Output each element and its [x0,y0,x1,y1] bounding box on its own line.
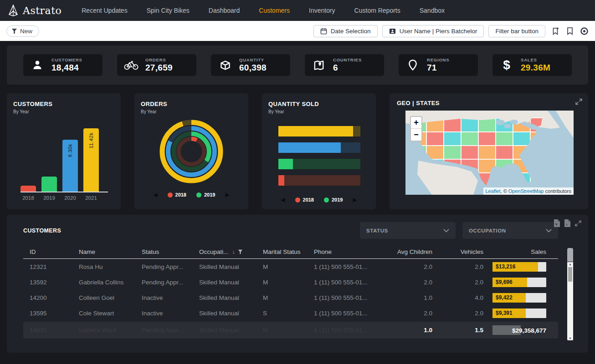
new-filter-button[interactable]: New [6,25,39,37]
openstreetmap-link[interactable]: OpenStreetMap [508,188,544,194]
bar-2021[interactable]: 11.42k [83,128,99,192]
legend-item-2018[interactable]: 2018 [168,192,186,197]
col-avg-children[interactable]: Avg Children [384,248,435,255]
map-zoom-in-button[interactable]: + [411,117,421,129]
orders-chart-title: ORDERS [141,101,242,107]
eye-icon[interactable] [580,27,589,35]
quantity-bar-chart[interactable] [278,126,360,186]
legend-next-icon[interactable]: ▶ [353,197,357,203]
hbar-fill [278,142,341,153]
brand[interactable]: Astrato [7,4,62,17]
hbar-2020[interactable] [278,142,360,153]
table-row[interactable]: 14200 Colleen Goel Inactive Skilled Manu… [23,290,558,305]
col-marital-status[interactable]: Marital Status [256,248,308,255]
map-zoom-out-button[interactable]: − [411,129,421,141]
kpi-customers[interactable]: CUSTOMERS 18,484 [23,54,103,76]
export-csv-icon[interactable]: , [564,219,570,227]
bookmark-add-icon[interactable] [552,27,560,35]
column-filter-icon[interactable] [238,249,243,254]
occupation-dropdown[interactable]: OCCUPATION [462,222,558,239]
kpi-sales[interactable]: $ SALES 29.36M [492,54,572,76]
scroll-up-icon[interactable]: ▲ [569,262,572,266]
col-id[interactable]: ID [23,248,72,255]
col-vehicles[interactable]: Vehicles [435,248,486,255]
quantity-chart-panel: QUANTITY SOLD By Year ◀ [262,93,376,209]
user-badge-icon [389,28,396,35]
ghost-cell-marital: M [256,327,308,334]
table-totals-row: 14830 Isabella Ward Pending Appr... Skil… [23,322,558,339]
nav-item-recent-updates[interactable]: Recent Updates [82,7,127,14]
status-dropdown[interactable]: STATUS [360,222,456,239]
nav-item-sandbox[interactable]: Sandbox [420,7,445,14]
customers-bar-chart[interactable]: 9.30k 11.42k [21,124,108,192]
bookmark-icon[interactable] [566,27,574,35]
orders-chart-panel: ORDERS By Year ◀ [134,93,248,209]
scroll-down-icon[interactable]: ▼ [569,336,572,340]
kpi-label: REGIONS [427,57,449,62]
total-vehicles: 1.5 [435,327,486,334]
vertical-scrollbar[interactable]: ▲ ▼ [567,262,573,340]
scrollbar-thumb[interactable] [568,267,572,282]
sort-desc-icon[interactable]: ↓ [232,249,235,255]
hbar-2019[interactable] [278,159,360,169]
kpi-regions[interactable]: REGIONS 71 [399,54,478,76]
date-selection-button[interactable]: Date Selection [313,25,378,37]
kpi-label: QUANTITY [239,57,267,62]
customers-table-panel: CUSTOMERS STATUS OCCUPATION x [7,215,588,353]
nav-item-dashboard[interactable]: Dashboard [209,7,240,14]
kpi-value: 18,484 [51,63,82,73]
expand-icon[interactable] [575,98,583,106]
kpi-countries[interactable]: COUNTRIES 6 [305,54,384,76]
cell-phone: 1 (11) 500 555-01... [308,294,384,301]
col-sales[interactable]: Sales [486,248,549,255]
calendar-icon [320,28,327,35]
nav-item-custom-reports[interactable]: Custom Reports [354,7,400,14]
table-toolbar-icons: x , [554,219,582,227]
export-excel-icon[interactable]: x [554,219,560,227]
expand-icon[interactable] [574,220,582,227]
col-occupation-label: Occupati... [199,248,229,255]
leaflet-map[interactable]: + − Leaflet, © OpenStreetMap contributor… [405,111,574,195]
kpi-orders[interactable]: ORDERS 27,659 [117,54,196,76]
legend-item-2019[interactable]: 2019 [324,197,343,202]
table-row[interactable]: 13592 Gabriella Collins Pending Appr... … [23,274,558,290]
bar-2019[interactable] [41,177,57,192]
kpi-quantity[interactable]: QUANTITY 60,398 [211,54,290,76]
table-header-row: ID Name Status Occupati... ↓ Marital Sta… [23,245,558,259]
col-occupation[interactable]: Occupati... ↓ [193,248,256,255]
legend-item-2019[interactable]: 2019 [196,192,215,197]
table-row[interactable]: 13595 Cole Stewart Inactive Skilled Manu… [23,305,558,321]
cell-occupation: Skilled Manual [193,310,256,317]
x-tick: 2018 [21,195,36,201]
cell-marital: M [256,263,308,270]
legend-prev-icon[interactable]: ◀ [153,192,157,198]
orders-donut-chart[interactable] [157,117,226,186]
nav-item-spin-city-bikes[interactable]: Spin City Bikes [147,7,190,14]
nav-item-inventory[interactable]: Inventory [309,7,335,14]
x-tick: 2021 [83,195,99,201]
legend-item-2018[interactable]: 2018 [295,197,314,202]
col-name[interactable]: Name [72,248,135,255]
user-button[interactable]: User Name | Piers Batchelor [382,25,484,37]
dashboard-main: CUSTOMERS 18,484 ORDERS 27,659 [0,41,595,353]
legend-next-icon[interactable]: ▶ [225,192,229,198]
box-icon [217,60,233,71]
table-row[interactable]: 12321 Rosa Hu Pending Appr... Skilled Ma… [23,259,558,274]
cell-vehicles: 4.0 [435,294,486,301]
bar-2018[interactable] [21,186,36,192]
hbar-2021[interactable] [278,126,360,136]
legend-dot [168,192,173,197]
kpi-value: 6 [333,63,362,73]
nav-item-customers[interactable]: Customers [259,7,290,14]
bar-2020[interactable]: 9.30k [62,140,78,192]
bar-value-label: 11.42k [88,132,94,148]
sales-bar: $9,696 [492,278,546,287]
filter-bar-button[interactable]: Filter bar button [488,25,545,37]
customers-chart-subtitle: By Year [13,109,114,114]
hbar-2018[interactable] [278,175,360,186]
us-states-choropleth[interactable] [405,111,574,195]
col-phone[interactable]: Phone [308,248,384,255]
leaflet-link[interactable]: Leaflet [486,188,501,194]
legend-prev-icon[interactable]: ◀ [281,197,285,203]
col-status[interactable]: Status [135,248,193,255]
